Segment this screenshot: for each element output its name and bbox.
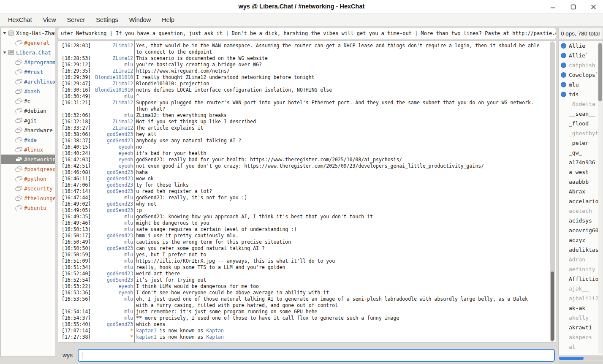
userlist-vertical-scrollbar[interactable] [598, 42, 602, 353]
user-item-peter[interactable]: _peter [559, 138, 603, 148]
user-item-tds[interactable]: tds [559, 90, 603, 99]
user-item-acidsys[interactable]: acidsys [559, 216, 603, 225]
chat-scrollbar-thumb[interactable] [551, 272, 554, 341]
tree-channel-general[interactable]: #general [1, 38, 55, 48]
user-item-aaabbb[interactable]: aaabbb [559, 177, 603, 187]
timestamp: [16:53:22] [58, 283, 91, 290]
user-nick: Cowclops` [569, 72, 598, 78]
user-item-adran[interactable]: Adran [559, 255, 603, 264]
chat-message-row: [16:38:06]godSend23hey all [58, 131, 556, 138]
channel-label: #security [24, 185, 53, 192]
tree-channel-programming[interactable]: ##programming [1, 57, 55, 67]
chat-bubble-icon [15, 157, 22, 163]
chat-bubble-icon [15, 40, 22, 46]
user-item-ajhalili2[interactable]: ajhalili2 [559, 293, 603, 303]
network-label: Libera.Chat [16, 49, 51, 56]
chat-vertical-scrollbar[interactable] [550, 41, 555, 342]
user-item-al[interactable]: al [559, 342, 603, 352]
text-cursor [82, 352, 82, 359]
tree-channel-bash[interactable]: #bash [1, 87, 55, 96]
user-item-adeliktas[interactable]: adeliktas [559, 245, 603, 255]
user-item-ak-ak[interactable]: ak-ak [559, 303, 603, 313]
tree-channel-c[interactable]: #c [1, 96, 55, 106]
nick: mlu [91, 93, 133, 100]
userlist-horizontal-scrollbar[interactable] [558, 356, 603, 360]
tree-channel-python[interactable]: #python [1, 174, 55, 184]
tree-channel-linux[interactable]: #linux [1, 145, 55, 155]
userlist-header: 0 ops, 780 total [558, 28, 603, 39]
tree-channel-security[interactable]: #security [1, 184, 55, 193]
message-text: you're basically creating a bridge over … [133, 62, 556, 68]
menu-item-window[interactable]: Window [124, 14, 157, 25]
user-item-accelario[interactable]: accelario [559, 196, 603, 206]
userlist-scrollbar-thumb[interactable] [598, 43, 602, 101]
user-item-a174n936[interactable]: a174n936 [559, 158, 603, 167]
message-input[interactable] [78, 349, 555, 362]
user-item-cowclops[interactable]: Cowclops` [559, 70, 603, 80]
user-item-abrax[interactable]: Abrax [559, 187, 603, 196]
tree-channel-networking[interactable]: #networking [1, 155, 55, 164]
user-item-aczyz[interactable]: aczyz [559, 235, 603, 245]
event-star: * [91, 328, 133, 334]
menu-item-hexchat[interactable]: HexChat [3, 14, 37, 25]
tree-network-xing-hai-zhan[interactable]: Xing-Hai-Zhan [1, 28, 55, 38]
channel-label: ##rust [24, 69, 43, 75]
topic-input[interactable]: uter Networking | If you have a question… [58, 28, 556, 39]
user-item-akspecs[interactable]: akspecs [559, 332, 603, 342]
message-text: kaptan1 is now known as Kaptan [133, 328, 556, 334]
timestamp: [16:46:08] [58, 169, 91, 176]
chat-bubble-icon [15, 60, 22, 65]
user-item-ghostbyt[interactable]: _ghostbyt [559, 128, 603, 138]
chat-bubble-icon [15, 205, 22, 211]
user-item-allie[interactable]: Allie` [559, 51, 603, 60]
user-item-acetech[interactable]: acetech_ [559, 206, 603, 216]
user-item-akrawt1[interactable]: akrawt1 [559, 323, 603, 332]
menu-item-server[interactable]: Server [62, 14, 91, 25]
tree-channel-postgresql[interactable]: #postgresql [1, 164, 55, 174]
chat-message-row: [16:47:44]mlugodSend23: really, it's not… [58, 195, 556, 201]
tree-channel-kde[interactable]: #kde [1, 135, 55, 145]
nick: mlu [91, 258, 133, 264]
user-item-catphish[interactable]: catphish [559, 60, 603, 70]
minimize-button[interactable] [549, 3, 557, 11]
user-item-ajak[interactable]: ajak__ [559, 284, 603, 293]
user-item-acovrig60[interactable]: acovrig60 [559, 225, 603, 235]
menu-item-view[interactable]: View [37, 14, 61, 25]
userlist-hscrollbar-thumb[interactable] [559, 357, 584, 360]
expander-icon[interactable] [3, 32, 6, 34]
user-item-aefinity[interactable]: aefinity [559, 264, 603, 274]
tree-channel-git[interactable]: #git [1, 116, 55, 125]
user-item-affliction[interactable]: Affliction [559, 274, 603, 284]
maximize-button[interactable] [569, 3, 577, 11]
timestamp: [17:27:38] [58, 334, 91, 340]
user-item-qw[interactable]: _qw_ [559, 148, 603, 158]
window-title: wys @ Libera.Chat / #networking - HexCha… [0, 3, 603, 10]
menu-item-help[interactable]: Help [156, 14, 180, 25]
user-nick: ak-ak [569, 305, 585, 311]
menu-item-settings[interactable]: Settings [90, 14, 123, 25]
nick: godSend23 [91, 207, 133, 214]
user-item-a-west[interactable]: a_west [559, 167, 603, 177]
user-nick: akrawt1 [569, 324, 592, 331]
user-nick: al [569, 344, 576, 350]
tree-channel-thelounge[interactable]: #thelounge [1, 193, 55, 203]
user-item-allie[interactable]: Allie [559, 41, 603, 51]
user-item-sean[interactable]: __sean__ [559, 109, 603, 119]
user-item-0xdelta[interactable]: _0xdelta [559, 99, 603, 109]
tree-channel-archlinux[interactable]: #archlinux [1, 77, 55, 87]
timestamp: [16:31:21] [58, 100, 91, 106]
user-item-flood[interactable]: _flood [559, 119, 603, 128]
expander-icon[interactable] [3, 52, 6, 54]
userlist-bottom-scrollbar-track[interactable] [558, 361, 603, 364]
user-item-akelly[interactable]: akelly [559, 313, 603, 323]
close-button[interactable] [589, 3, 597, 11]
user-item-mlu[interactable]: mlu [559, 80, 603, 90]
channel-label: ##programming [24, 59, 55, 65]
tree-channel-rust[interactable]: ##rust [1, 67, 55, 77]
voice-dot-icon [561, 72, 566, 78]
tree-network-libera-chat[interactable]: Libera.Chat [1, 48, 55, 57]
tree-channel-ubuntu[interactable]: #ubuntu [1, 203, 55, 213]
message-text: ty for these links [133, 182, 556, 188]
tree-channel-hardware[interactable]: #hardware [1, 125, 55, 135]
tree-channel-debian[interactable]: #debian [1, 106, 55, 116]
